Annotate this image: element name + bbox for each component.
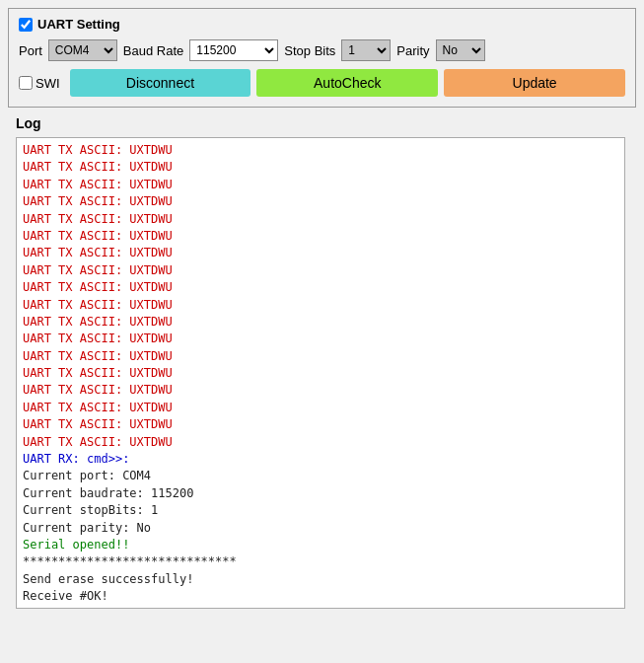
log-line: UART TX ASCII: UXTDWU bbox=[23, 279, 618, 296]
log-line: UART TX ASCII: UXTDWU bbox=[23, 211, 618, 228]
log-line: UART TX ASCII: UXTDWU bbox=[23, 331, 618, 347]
log-line: Current parity: No bbox=[23, 520, 618, 537]
parity-label: Parity bbox=[396, 43, 429, 58]
uart-title: UART Setting bbox=[37, 17, 120, 32]
log-line: UART TX ASCII: UXTDWU bbox=[23, 382, 618, 399]
update-button[interactable]: Update bbox=[444, 69, 625, 97]
baud-label: Baud Rate bbox=[123, 43, 183, 58]
log-line: UART TX ASCII: UXTDWU bbox=[23, 400, 618, 416]
autocheck-button[interactable]: AutoCheck bbox=[256, 69, 438, 97]
log-line: Serial opened!! bbox=[23, 537, 618, 553]
uart-section: UART Setting Port COM4 Baud Rate 115200 … bbox=[8, 8, 636, 108]
log-line: Current stopBits: 1 bbox=[23, 502, 618, 519]
log-line: Current baudrate: 115200 bbox=[23, 485, 618, 502]
log-line: UART TX ASCII: UXTDWU bbox=[23, 245, 618, 261]
disconnect-button[interactable]: Disconnect bbox=[70, 69, 251, 97]
log-line: UART TX ASCII: UXTDWU bbox=[23, 142, 618, 159]
log-line: UART TX ASCII: UXTDWU bbox=[23, 434, 618, 451]
log-line: UART TX ASCII: UXTDWU bbox=[23, 228, 618, 245]
log-line: UART TX ASCII: UXTDWU bbox=[23, 262, 618, 279]
main-container: UART Setting Port COM4 Baud Rate 115200 … bbox=[0, 0, 644, 617]
uart-enable-checkbox[interactable] bbox=[19, 18, 33, 32]
stopbits-select[interactable]: 1 bbox=[341, 39, 391, 61]
log-line: Receive #OK! bbox=[23, 588, 618, 605]
stopbits-label: Stop Bits bbox=[284, 43, 335, 58]
sw-checkbox[interactable] bbox=[19, 76, 33, 90]
log-box[interactable]: UART TX ASCII: UXTDWUUART TX ASCII: UXTD… bbox=[16, 137, 625, 609]
log-line: UART TX ASCII: UXTDWU bbox=[23, 193, 618, 210]
log-line: UART TX ASCII: UXTDWU bbox=[23, 159, 618, 176]
log-line: UART TX ASCII: UXTDWU bbox=[23, 314, 618, 331]
sw-label: SWI bbox=[36, 76, 60, 91]
log-line: Send erase successfully! bbox=[23, 571, 618, 588]
log-line: UART TX ASCII: UXTDWU bbox=[23, 297, 618, 314]
log-line: UART TX ASCII: UXTDWU bbox=[23, 365, 618, 382]
port-label: Port bbox=[19, 43, 42, 58]
port-select[interactable]: COM4 bbox=[48, 39, 117, 61]
log-line: UART RX: cmd>>: bbox=[23, 451, 618, 468]
log-section: Log UART TX ASCII: UXTDWUUART TX ASCII: … bbox=[8, 115, 636, 609]
uart-title-row: UART Setting bbox=[19, 17, 625, 32]
baud-select[interactable]: 115200 bbox=[189, 39, 278, 61]
log-line: UART TX ASCII: UXTDWU bbox=[23, 416, 618, 433]
log-title: Log bbox=[16, 115, 628, 131]
log-line: UART TX ASCII: UXTDWU bbox=[23, 177, 618, 193]
log-line: Current port: COM4 bbox=[23, 468, 618, 484]
buttons-row: SWI Disconnect AutoCheck Update bbox=[19, 69, 625, 97]
log-line: UART TX ASCII: UXTDWU bbox=[23, 348, 618, 365]
log-line: Erase successfully! bbox=[23, 606, 618, 609]
uart-settings-row: Port COM4 Baud Rate 115200 Stop Bits 1 P… bbox=[19, 39, 625, 61]
parity-select[interactable]: No bbox=[436, 39, 485, 61]
sw-checkbox-wrap: SWI bbox=[19, 76, 60, 91]
log-line: ****************************** bbox=[23, 553, 618, 570]
